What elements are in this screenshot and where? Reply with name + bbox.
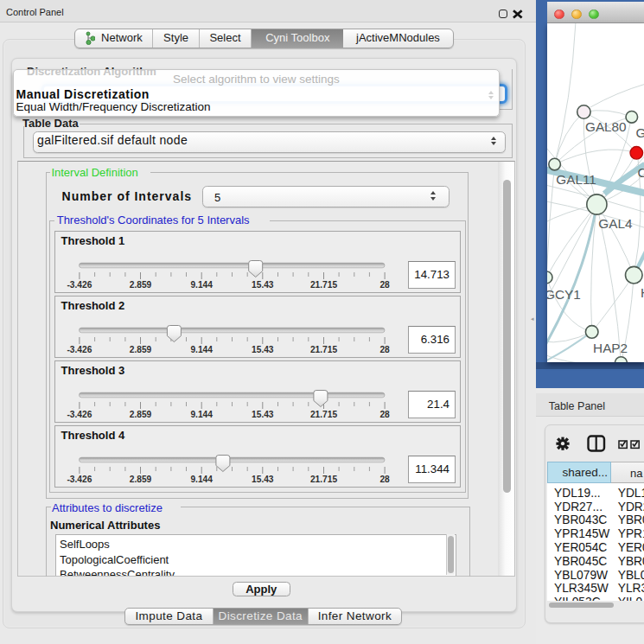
svg-text:-3.426: -3.426 [67, 280, 92, 290]
svg-text:15.43: 15.43 [252, 410, 274, 419]
svg-text:21.715: 21.715 [309, 280, 336, 290]
svg-text:9.144: 9.144 [190, 410, 213, 419]
svg-text:HIS: HIS [641, 285, 644, 300]
svg-text:GAL80: GAL80 [585, 119, 627, 134]
svg-text:21.715: 21.715 [309, 410, 336, 419]
svg-text:28: 28 [379, 475, 390, 484]
svg-text:9.144: 9.144 [190, 475, 213, 484]
svg-text:28: 28 [379, 410, 390, 419]
svg-text:GCY1: GCY1 [547, 287, 581, 302]
svg-text:-3.426: -3.426 [67, 475, 92, 484]
svg-text:28: 28 [379, 280, 390, 290]
svg-text:GAL11: GAL11 [556, 172, 596, 187]
svg-text:HAP2: HAP2 [593, 341, 628, 355]
svg-text:28: 28 [379, 345, 390, 354]
svg-text:2.859: 2.859 [129, 345, 151, 354]
svg-text:15.43: 15.43 [252, 345, 274, 354]
svg-text:GAL4: GAL4 [598, 216, 633, 231]
svg-text:9.144: 9.144 [190, 345, 213, 354]
svg-text:2.859: 2.859 [129, 280, 151, 290]
svg-text:-3.426: -3.426 [67, 410, 92, 419]
svg-text:15.43: 15.43 [252, 280, 274, 290]
svg-text:15.43: 15.43 [252, 475, 274, 484]
svg-text:9.144: 9.144 [190, 280, 213, 290]
svg-text:21.715: 21.715 [309, 345, 336, 354]
svg-text:21.715: 21.715 [309, 475, 336, 484]
svg-text:CY: CY [638, 165, 644, 180]
svg-text:2.859: 2.859 [129, 475, 151, 484]
svg-text:2.859: 2.859 [129, 410, 151, 419]
svg-text:-3.426: -3.426 [67, 345, 92, 354]
svg-text:GA: GA [636, 125, 644, 140]
